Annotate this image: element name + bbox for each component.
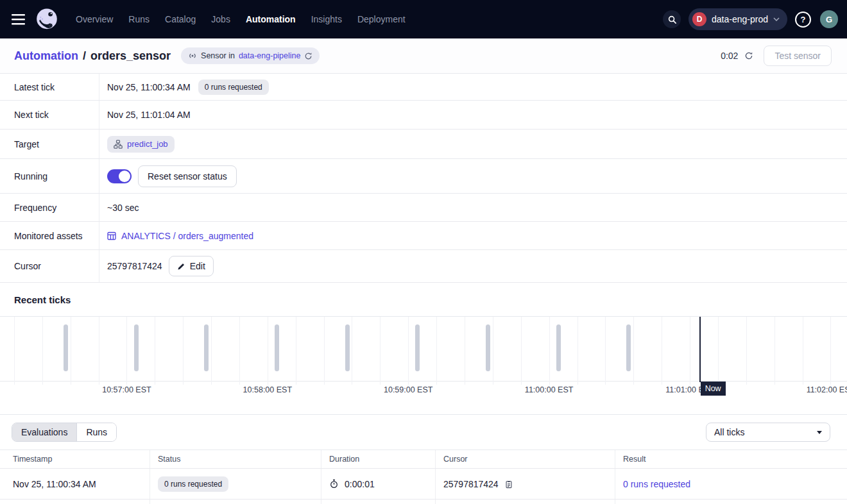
nav-item-runs[interactable]: Runs [128, 14, 150, 24]
breadcrumb-automation[interactable]: Automation [14, 49, 78, 63]
nav-item-insights[interactable]: Insights [311, 14, 342, 24]
ticks-timeline: 10:57:00 EST10:58:00 EST10:59:00 EST11:0… [0, 316, 847, 414]
timeline-gridline [605, 317, 606, 385]
header-actions: 0:02 Test sensor [721, 46, 832, 66]
axis-label: 10:59:00 EST [384, 385, 432, 394]
timeline-gridline [155, 317, 155, 385]
col-cursor: Cursor [435, 450, 615, 468]
timeline-gridline [690, 317, 690, 385]
row-running: Running Reset sensor status [0, 159, 847, 194]
tick-bar[interactable] [345, 324, 350, 371]
tick-bar[interactable] [204, 324, 209, 371]
help-button[interactable]: ? [795, 12, 811, 28]
cursor-value: 25797817424 [107, 261, 162, 271]
next-tick-label: Next tick [0, 101, 99, 129]
monitored-asset-link[interactable]: ANALYTICS / orders_augmented [107, 231, 253, 241]
target-label: Target [0, 130, 99, 158]
edit-cursor-button[interactable]: Edit [169, 256, 214, 276]
frequency-value: ~30 sec [107, 203, 139, 213]
repo-link[interactable]: data-eng-pipeline [239, 51, 301, 60]
help-icon: ? [801, 15, 806, 24]
running-toggle[interactable] [107, 169, 132, 183]
tick-bar[interactable] [486, 324, 490, 371]
timeline-gridline [521, 317, 522, 385]
breadcrumb-separator: / [83, 49, 86, 63]
timeline-gridline [324, 317, 325, 385]
copy-clipboard-icon[interactable] [504, 480, 513, 489]
timeline-gridline [774, 317, 775, 385]
col-timestamp: Timestamp [0, 450, 150, 468]
row-target: Target predict_job [0, 130, 847, 159]
nav-item-catalog[interactable]: Catalog [165, 14, 196, 24]
recent-ticks-header: Recent ticks [0, 283, 847, 316]
timeline-gridline [465, 317, 465, 385]
row-next-tick: Next tick Nov 25, 11:01:04 AM [0, 101, 847, 130]
top-nav: OverviewRunsCatalogJobsAutomationInsight… [0, 0, 847, 38]
search-button[interactable] [663, 10, 681, 28]
axis-label: 11:00:00 EST [525, 385, 574, 394]
asset-table-icon [107, 231, 116, 240]
axis-label: 10:58:00 EST [243, 385, 292, 394]
timeline-gridline [380, 317, 381, 385]
refresh-countdown: 0:02 [721, 51, 738, 61]
row-latest-tick: Latest tick Nov 25, 11:00:34 AM 0 runs r… [0, 74, 847, 101]
tick-bar[interactable] [626, 324, 631, 371]
tab-evaluations[interactable]: Evaluations [12, 423, 76, 441]
reset-sensor-status-button[interactable]: Reset sensor status [138, 165, 237, 187]
cell-timestamp: Nov 25, 11:00:34 AM [0, 469, 150, 499]
dagster-logo-icon[interactable] [35, 7, 59, 31]
timeline-gridline [71, 317, 71, 385]
tick-bar[interactable] [275, 324, 279, 371]
row-frequency: Frequency ~30 sec [0, 194, 847, 222]
now-marker-line [699, 317, 701, 382]
tick-bar[interactable] [134, 324, 139, 371]
timeline-gridline [662, 317, 662, 385]
edit-cursor-label: Edit [190, 261, 205, 271]
status-badge: 0 runs requested [158, 476, 228, 492]
pencil-icon [177, 262, 185, 271]
axis-label: 11:02:00 EST [807, 385, 847, 394]
sensor-icon [188, 51, 197, 60]
tick-bar[interactable] [556, 324, 561, 371]
cursor-label: Cursor [0, 250, 99, 282]
nav-item-overview[interactable]: Overview [76, 14, 113, 24]
cell-result-link[interactable]: 0 runs requested [623, 479, 690, 489]
refresh-icon[interactable] [744, 51, 753, 60]
nav-item-automation[interactable]: Automation [246, 14, 296, 24]
page-title: orders_sensor [90, 49, 171, 63]
timeline-gridline [99, 317, 99, 385]
tick-bar[interactable] [64, 324, 68, 371]
test-sensor-button[interactable]: Test sensor [764, 46, 832, 66]
evaluations-toolbar: Evaluations Runs All ticks [0, 414, 847, 449]
workspace-avatar: D [692, 12, 706, 26]
tick-filter-value: All ticks [714, 427, 744, 437]
row-cursor: Cursor 25797817424 Edit [0, 250, 847, 283]
timeline-gridline [803, 317, 803, 385]
table-partial-row [0, 500, 847, 504]
timeline-gridline [14, 317, 15, 385]
next-tick-value: Nov 25, 11:01:04 AM [107, 110, 191, 120]
nav-item-jobs[interactable]: Jobs [211, 14, 230, 24]
timeline-gridline [296, 317, 296, 385]
tick-bar[interactable] [415, 324, 420, 371]
workspace-switcher[interactable]: D data-eng-prod [689, 8, 787, 30]
reload-repo-icon[interactable] [304, 52, 312, 60]
timeline-gridline [183, 317, 184, 385]
timeline-gridline [239, 317, 240, 385]
tick-filter-select[interactable]: All ticks [706, 423, 830, 442]
axis-label: 10:57:00 EST [102, 385, 151, 394]
nav-item-deployment[interactable]: Deployment [357, 14, 406, 24]
hamburger-menu-icon[interactable] [12, 14, 26, 25]
workspace-name: data-eng-prod [712, 14, 768, 24]
tab-runs[interactable]: Runs [76, 423, 116, 441]
page-header: Automation / orders_sensor Sensor in dat… [0, 38, 847, 74]
cell-duration: 0:00:01 [345, 479, 375, 489]
monitored-asset-name: ANALYTICS / orders_augmented [121, 231, 253, 241]
sensor-details: Latest tick Nov 25, 11:00:34 AM 0 runs r… [0, 74, 847, 283]
target-job-chip[interactable]: predict_job [107, 136, 175, 153]
monitored-assets-label: Monitored assets [0, 222, 99, 249]
timeline-gridline [42, 317, 43, 385]
view-tabs: Evaluations Runs [12, 423, 117, 442]
col-duration: Duration [321, 450, 435, 468]
user-avatar[interactable]: G [820, 10, 838, 28]
